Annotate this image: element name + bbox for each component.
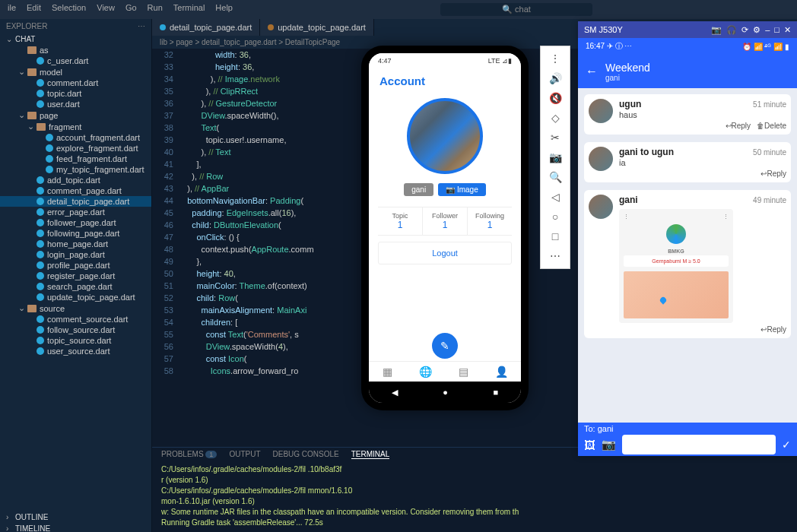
p2-gallery-icon[interactable]: 🖼 [584, 439, 595, 451]
p2-audio-icon[interactable]: 🎧 [726, 25, 737, 35]
p1-nav-grid-icon[interactable]: ▦ [383, 366, 392, 378]
tree-item[interactable]: c_user.dart [0, 55, 151, 66]
tab-debug[interactable]: DEBUG CONSOLE [272, 450, 338, 459]
chat-message[interactable]: gani to ugun50 minuteia↩Reply [584, 142, 791, 182]
tab-update-topic[interactable]: update_topic_page.dart [260, 19, 374, 36]
p2-refresh-icon[interactable]: ⟳ [741, 25, 748, 35]
p2-cam-icon[interactable]: 📷 [711, 25, 722, 35]
p1-fab-button[interactable]: ✎ [432, 333, 458, 359]
tree-item[interactable]: user.dart [0, 99, 151, 109]
p1-image-button[interactable]: 📷 Image [438, 183, 486, 196]
mi-file[interactable]: ile [8, 3, 16, 16]
tb-voldown-icon[interactable]: 🔇 [549, 92, 562, 104]
tree-item[interactable]: follower_page.dart [0, 217, 151, 228]
outline-section[interactable]: ›OUTLINE [0, 511, 151, 523]
chat-message[interactable]: ugun51 minutehaus↩Reply🗑Delete [584, 94, 791, 135]
p1-recent-icon[interactable]: ■ [494, 388, 499, 397]
tree-item[interactable]: ⌄source [0, 302, 151, 314]
tree-item[interactable]: topic.dart [0, 88, 151, 99]
msg-image[interactable]: ⋮⋮BMKGGempabumi M ≥ 5.0 [619, 209, 733, 323]
p1-avatar[interactable] [407, 98, 483, 174]
p2-text-input[interactable] [622, 435, 776, 454]
p1-stat-topic[interactable]: Topic1 [378, 207, 423, 235]
p2-min-icon[interactable]: – [765, 25, 770, 34]
tree-item[interactable]: home_page.dart [0, 239, 151, 249]
tree-item[interactable]: ⌄page [0, 109, 151, 121]
tree-item[interactable]: explore_fragment.dart [0, 143, 151, 154]
tree-item[interactable]: error_page.dart [0, 207, 151, 217]
tree-item[interactable]: login_page.dart [0, 249, 151, 260]
msg-action[interactable]: ↩Reply [760, 325, 786, 334]
p2-gear-icon[interactable]: ⚙ [753, 25, 760, 35]
mi-terminal[interactable]: Terminal [173, 3, 205, 16]
tb-camera-icon[interactable]: 📷 [549, 151, 562, 163]
tb-more-icon[interactable]: ⋮ [550, 52, 560, 65]
tree-item[interactable]: detail_topic_page.dart [0, 196, 151, 207]
tab-terminal[interactable]: TERMINAL [351, 450, 390, 459]
tb-recent-icon[interactable]: □ [552, 230, 558, 242]
p2-back-button[interactable]: ← [586, 65, 598, 78]
tree-item[interactable]: comment_source.dart [0, 314, 151, 325]
p2-camera-icon[interactable]: 📷 [602, 438, 616, 451]
tree-item[interactable]: update_topic_page.dart [0, 292, 151, 302]
tree-item[interactable]: profile_page.dart [0, 260, 151, 271]
avatar [589, 99, 613, 123]
tree-item[interactable]: comment_page.dart [0, 185, 151, 196]
p1-nav-globe-icon[interactable]: 🌐 [419, 366, 432, 378]
timeline-section[interactable]: ›TIMELINE [0, 523, 151, 532]
p1-back-icon[interactable]: ◀ [392, 388, 398, 397]
msg-action[interactable]: ↩Reply [726, 122, 751, 130]
tb-overflow-icon[interactable]: ⋯ [550, 250, 560, 262]
tree-item[interactable]: ⌄model [0, 66, 151, 78]
tb-back-icon[interactable]: ◁ [551, 191, 560, 203]
tb-zoom-icon[interactable]: 🔍 [549, 171, 562, 183]
mi-edit[interactable]: Edit [27, 3, 41, 16]
p1-nav-list-icon[interactable]: ▤ [459, 366, 468, 378]
explorer-header: EXPLORER⋯ [0, 19, 151, 33]
project-name[interactable]: ⌄CHAT [0, 33, 151, 45]
mi-run[interactable]: Run [148, 3, 163, 16]
tb-home-icon[interactable]: ○ [552, 211, 558, 223]
p1-stat-follower[interactable]: Follower1 [423, 207, 468, 235]
device-chat-phone: SM J530Y 📷 🎧 ⟳ ⚙ – □ ✕ 16:47 ✈ ⓘ ⋯ ⏰ 📶 ⁴… [578, 21, 797, 456]
tb-rotate-icon[interactable]: ◇ [551, 112, 560, 124]
msg-action[interactable]: 🗑Delete [757, 122, 786, 130]
tree-item[interactable]: search_page.dart [0, 281, 151, 292]
p2-chat-title: Weekend [605, 62, 650, 74]
mi-help[interactable]: Help [215, 3, 233, 16]
explorer-more-icon[interactable]: ⋯ [138, 22, 145, 30]
p1-home-icon[interactable]: ● [443, 388, 448, 397]
tree-item[interactable]: following_page.dart [0, 228, 151, 239]
p2-max-icon[interactable]: □ [774, 25, 780, 34]
tree-item[interactable]: ⌄fragment [0, 121, 151, 132]
tree-item[interactable]: register_page.dart [0, 271, 151, 281]
tree-item[interactable]: topic_source.dart [0, 335, 151, 346]
tree-item[interactable]: follow_source.dart [0, 325, 151, 335]
p1-nav-account-icon[interactable]: 👤 [495, 366, 508, 378]
tb-volup-icon[interactable]: 🔊 [549, 72, 562, 84]
tb-cut-icon[interactable]: ✂ [551, 131, 560, 144]
p1-logout-button[interactable]: Logout [378, 242, 512, 264]
tree-item[interactable]: feed_fragment.dart [0, 154, 151, 164]
tree-item[interactable]: as [0, 45, 151, 55]
tree-item[interactable]: user_source.dart [0, 346, 151, 356]
p1-user-button[interactable]: gani [404, 183, 433, 196]
mi-view[interactable]: View [97, 3, 115, 16]
tree-item[interactable]: my_topic_fragment.dart [0, 164, 151, 175]
chat-message[interactable]: gani49 minute⋮⋮BMKGGempabumi M ≥ 5.0↩Rep… [584, 190, 791, 338]
p2-messages[interactable]: ugun51 minutehaus↩Reply🗑Deletegani to ug… [578, 88, 797, 423]
p2-close-icon[interactable]: ✕ [784, 25, 791, 35]
mi-go[interactable]: Go [125, 3, 137, 16]
tab-problems[interactable]: PROBLEMS 1 [161, 450, 217, 459]
terminal-output[interactable]: C:/Users/infos/.gradle/caches/modules-2/… [152, 461, 797, 531]
mi-selection[interactable]: Selection [52, 3, 86, 16]
tree-item[interactable]: account_fragment.dart [0, 132, 151, 143]
tab-output[interactable]: OUTPUT [229, 450, 260, 459]
p2-send-button[interactable]: ✓ [782, 439, 791, 451]
tab-detail-topic[interactable]: detail_topic_page.dart [152, 19, 260, 36]
tree-item[interactable]: add_topic.dart [0, 175, 151, 185]
command-search[interactable]: 🔍 chat [440, 3, 592, 16]
msg-action[interactable]: ↩Reply [760, 169, 786, 178]
tree-item[interactable]: comment.dart [0, 78, 151, 88]
p1-stat-following[interactable]: Following1 [468, 207, 512, 235]
